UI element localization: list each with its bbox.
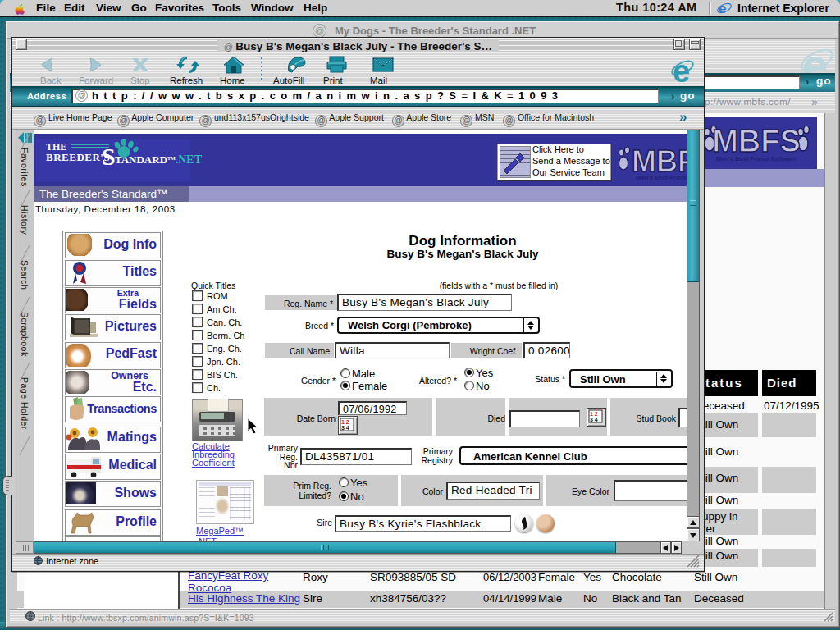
svg-text:MBFS: MBFS xyxy=(712,124,801,158)
svg-text:3 4: 3 4 xyxy=(590,417,598,422)
svg-text:e: e xyxy=(673,55,690,85)
svg-text:1 2: 1 2 xyxy=(341,419,349,425)
svg-text:1 2: 1 2 xyxy=(590,411,598,417)
svg-text:Man's Best Friend Software: Man's Best Friend Software xyxy=(716,155,797,162)
svg-text:Man's Best Friend S: Man's Best Friend S xyxy=(636,174,687,181)
svg-text:3 4: 3 4 xyxy=(341,425,349,431)
svg-text:e: e xyxy=(719,1,726,16)
svg-text:MBFS: MBFS xyxy=(632,144,687,178)
